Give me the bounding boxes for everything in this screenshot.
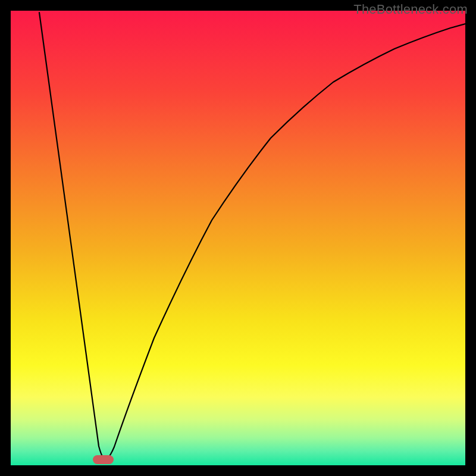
bottleneck-chart: TheBottleneck.com — [0, 0, 476, 476]
chart-svg — [0, 0, 476, 476]
watermark-text: TheBottleneck.com — [353, 2, 468, 17]
optimal-marker — [93, 455, 114, 464]
chart-background — [11, 11, 465, 465]
